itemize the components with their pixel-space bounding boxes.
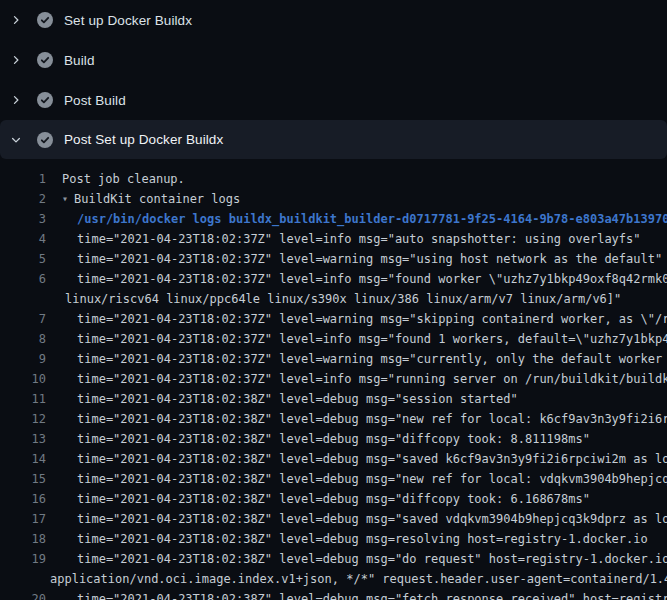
line-number[interactable] — [0, 569, 46, 589]
step-title: Build — [64, 53, 95, 68]
line-number[interactable]: 16 — [0, 489, 46, 509]
line-number[interactable]: 19 — [0, 549, 46, 569]
log-line: 16time="2021-04-23T18:02:38Z" level=debu… — [0, 489, 667, 509]
log-line: 6time="2021-04-23T18:02:37Z" level=info … — [0, 269, 667, 289]
line-number[interactable]: 17 — [0, 509, 46, 529]
line-number[interactable]: 3 — [0, 209, 46, 229]
workflow-log-viewer: Set up Docker BuildxBuildPost BuildPost … — [0, 0, 667, 600]
log-text: time="2021-04-23T18:02:38Z" level=debug … — [77, 509, 667, 529]
step-title: Post Set up Docker Buildx — [64, 132, 223, 147]
step-row[interactable]: Post Set up Docker Buildx — [0, 120, 667, 159]
line-number[interactable]: 1 — [0, 169, 46, 189]
step-row[interactable]: Post Build — [0, 80, 667, 120]
log-line: 2▾BuildKit container logs — [0, 189, 667, 209]
log-line: 3/usr/bin/docker logs buildx_buildkit_bu… — [0, 209, 667, 229]
log-line: 17time="2021-04-23T18:02:38Z" level=debu… — [0, 509, 667, 529]
line-number[interactable]: 8 — [0, 329, 46, 349]
log-line: application/vnd.oci.image.index.v1+json,… — [0, 569, 667, 589]
log-text: time="2021-04-23T18:02:37Z" level=info m… — [77, 369, 667, 389]
chevron-right-icon[interactable] — [10, 94, 22, 106]
line-number[interactable]: 7 — [0, 309, 46, 329]
log-line: 10time="2021-04-23T18:02:37Z" level=info… — [0, 369, 667, 389]
command-text: /usr/bin/docker logs buildx_buildkit_bui… — [77, 209, 667, 229]
log-text: time="2021-04-23T18:02:38Z" level=debug … — [77, 449, 667, 469]
log-text: time="2021-04-23T18:02:37Z" level=info m… — [77, 269, 667, 289]
log-line: 14time="2021-04-23T18:02:38Z" level=debu… — [0, 449, 667, 469]
log-text: time="2021-04-23T18:02:38Z" level=debug … — [77, 389, 518, 409]
log-text: time="2021-04-23T18:02:37Z" level=info m… — [77, 329, 667, 349]
log-text: time="2021-04-23T18:02:38Z" level=debug … — [77, 549, 667, 569]
line-number[interactable]: 14 — [0, 449, 46, 469]
check-circle-icon — [37, 12, 53, 28]
log-line: 15time="2021-04-23T18:02:38Z" level=debu… — [0, 469, 667, 489]
chevron-down-icon[interactable] — [10, 134, 22, 146]
log-text: time="2021-04-23T18:02:38Z" level=debug … — [77, 489, 590, 509]
line-number[interactable]: 20 — [0, 589, 46, 600]
line-number[interactable]: 15 — [0, 469, 46, 489]
log-line: 13time="2021-04-23T18:02:38Z" level=debu… — [0, 429, 667, 449]
log-text[interactable]: BuildKit container logs — [74, 189, 240, 209]
line-number[interactable]: 4 — [0, 229, 46, 249]
log-text: time="2021-04-23T18:02:38Z" level=debug … — [77, 469, 667, 489]
line-number[interactable]: 5 — [0, 249, 46, 269]
step-title: Post Build — [64, 93, 126, 108]
line-number[interactable]: 2 — [0, 189, 46, 209]
log-line: 11time="2021-04-23T18:02:38Z" level=debu… — [0, 389, 667, 409]
line-number[interactable]: 12 — [0, 409, 46, 429]
check-circle-icon — [37, 92, 53, 108]
line-number[interactable]: 18 — [0, 529, 46, 549]
log-line: 7time="2021-04-23T18:02:37Z" level=warni… — [0, 309, 667, 329]
check-circle-icon — [37, 132, 53, 148]
log-text: time="2021-04-23T18:02:38Z" level=debug … — [77, 409, 667, 429]
log-text: time="2021-04-23T18:02:38Z" level=debug … — [77, 589, 667, 600]
log-line: 5time="2021-04-23T18:02:37Z" level=warni… — [0, 249, 667, 269]
line-number[interactable]: 11 — [0, 389, 46, 409]
log-line: 18time="2021-04-23T18:02:38Z" level=debu… — [0, 529, 667, 549]
line-number[interactable]: 13 — [0, 429, 46, 449]
line-number[interactable]: 6 — [0, 269, 46, 289]
log-text: time="2021-04-23T18:02:38Z" level=debug … — [77, 429, 590, 449]
check-circle-icon — [37, 52, 53, 68]
log-line: 1Post job cleanup. — [0, 169, 667, 189]
line-number[interactable]: 9 — [0, 349, 46, 369]
line-number[interactable] — [0, 289, 46, 309]
chevron-right-icon[interactable] — [10, 54, 22, 66]
triangle-down-icon[interactable]: ▾ — [62, 189, 68, 209]
log-line: 8time="2021-04-23T18:02:37Z" level=info … — [0, 329, 667, 349]
log-text: linux/riscv64 linux/ppc64le linux/s390x … — [65, 289, 621, 309]
log-line: linux/riscv64 linux/ppc64le linux/s390x … — [0, 289, 667, 309]
log-text: time="2021-04-23T18:02:38Z" level=debug … — [77, 529, 648, 549]
log-line: 4time="2021-04-23T18:02:37Z" level=info … — [0, 229, 667, 249]
step-list: Set up Docker BuildxBuildPost BuildPost … — [0, 0, 667, 159]
log-text: Post job cleanup. — [62, 169, 185, 189]
log-text: time="2021-04-23T18:02:37Z" level=warnin… — [77, 349, 667, 369]
step-row[interactable]: Set up Docker Buildx — [0, 0, 667, 40]
log-text: time="2021-04-23T18:02:37Z" level=warnin… — [77, 249, 662, 269]
log-line: 12time="2021-04-23T18:02:38Z" level=debu… — [0, 409, 667, 429]
log-area: 1Post job cleanup.2▾BuildKit container l… — [0, 159, 667, 600]
log-text: time="2021-04-23T18:02:37Z" level=info m… — [77, 229, 641, 249]
line-number[interactable]: 10 — [0, 369, 46, 389]
step-title: Set up Docker Buildx — [64, 13, 192, 28]
chevron-right-icon[interactable] — [10, 14, 22, 26]
step-row[interactable]: Build — [0, 40, 667, 80]
log-text: time="2021-04-23T18:02:37Z" level=warnin… — [77, 309, 667, 329]
log-line: 19time="2021-04-23T18:02:38Z" level=debu… — [0, 549, 667, 569]
log-text: application/vnd.oci.image.index.v1+json,… — [50, 569, 667, 589]
log-line: 20time="2021-04-23T18:02:38Z" level=debu… — [0, 589, 667, 600]
log-line: 9time="2021-04-23T18:02:37Z" level=warni… — [0, 349, 667, 369]
